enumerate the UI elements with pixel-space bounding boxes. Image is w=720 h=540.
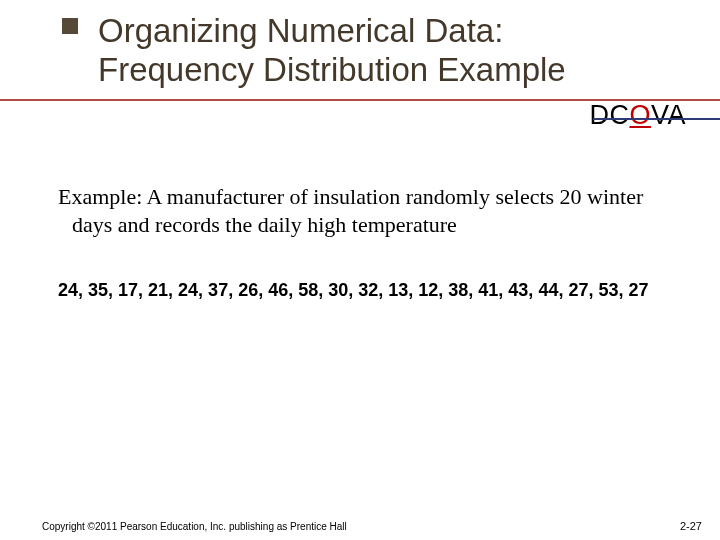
title-block: Organizing Numerical Data: Frequency Dis… bbox=[98, 12, 658, 90]
dcova-post: VA bbox=[651, 100, 686, 130]
dcova-label: DCOVA bbox=[589, 100, 686, 131]
slide: Organizing Numerical Data: Frequency Dis… bbox=[0, 0, 720, 540]
horizontal-rule-blue bbox=[593, 118, 720, 120]
example-description: Example: A manufacturer of insulation ra… bbox=[58, 183, 670, 239]
data-values: 24, 35, 17, 21, 24, 37, 26, 46, 58, 30, … bbox=[58, 280, 688, 301]
copyright-text: Copyright ©2011 Pearson Education, Inc. … bbox=[42, 521, 347, 532]
dcova-pre: DC bbox=[589, 100, 629, 130]
title-bullet-icon bbox=[62, 18, 78, 34]
dcova-o: O bbox=[629, 100, 651, 130]
page-number: 2-27 bbox=[680, 520, 702, 532]
slide-title: Organizing Numerical Data: Frequency Dis… bbox=[98, 12, 658, 90]
